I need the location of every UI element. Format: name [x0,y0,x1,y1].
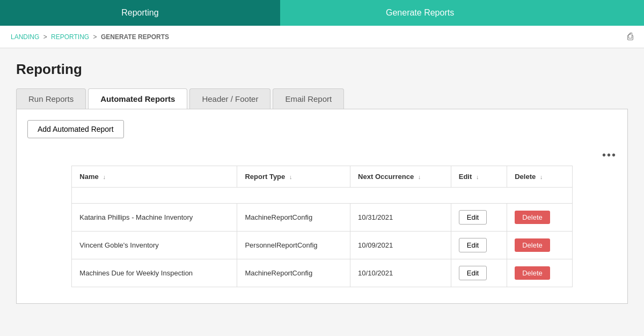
sort-arrow-report-type[interactable]: ↓ [289,174,292,180]
delete-button[interactable]: Delete [515,266,550,280]
cell-report-type: PersonnelReportConfig [237,232,350,259]
cell-edit: Edit [451,204,507,232]
tab-header-footer[interactable]: Header / Footer [189,88,270,109]
edit-button[interactable]: Edit [459,210,487,225]
page-title: Reporting [16,61,628,78]
tabs-container: Run Reports Automated Reports Header / F… [16,88,628,109]
add-automated-report-button[interactable]: Add Automated Report [27,120,124,138]
delete-button[interactable]: Delete [515,211,550,224]
tab-run-reports[interactable]: Run Reports [16,88,86,109]
bookmark-icon[interactable]: ⎙ [627,31,633,42]
nav-item-generate-reports[interactable]: Generate Reports [280,0,560,26]
table-row: Vincent Goble's InventoryPersonnelReport… [72,232,572,259]
cell-delete: Delete [507,204,572,232]
edit-button[interactable]: Edit [459,238,487,252]
cell-next-occurrence: 10/31/2021 [350,204,451,232]
nav-label-generate-reports: Generate Reports [386,8,454,18]
cell-delete: Delete [507,232,572,259]
tab-email-report[interactable]: Email Report [273,88,344,109]
main-content: Reporting Run Reports Automated Reports … [0,48,644,317]
cell-edit: Edit [451,259,507,287]
table-row: Machines Due for Weekly InspectionMachin… [72,259,572,287]
cell-report-type: MachineReportConfig [237,259,350,287]
sort-arrow-next-occurrence[interactable]: ↓ [418,174,421,180]
cell-edit: Edit [451,232,507,259]
col-header-name: Name ↓ [72,166,237,188]
top-nav: Reporting Generate Reports [0,0,644,26]
breadcrumb-bar: LANDING > REPORTING > GENERATE REPORTS ⎙ [0,26,644,48]
breadcrumb-sep-2: > [93,33,97,41]
reports-table: Name ↓ Report Type ↓ Next Occurrence ↓ E… [71,166,572,287]
nav-label-reporting: Reporting [121,8,158,18]
col-header-delete: Delete ↓ [507,166,572,188]
delete-button[interactable]: Delete [515,238,550,252]
cell-name: Machines Due for Weekly Inspection [72,259,237,287]
edit-button[interactable]: Edit [459,266,487,280]
cell-delete: Delete [507,259,572,287]
tab-panel-automated-reports: Add Automated Report ••• Name ↓ Report T… [16,109,628,304]
breadcrumb: LANDING > REPORTING > GENERATE REPORTS [11,33,169,41]
breadcrumb-reporting[interactable]: REPORTING [51,33,89,41]
breadcrumb-landing[interactable]: LANDING [11,33,39,41]
cell-next-occurrence: 10/10/2021 [350,259,451,287]
cell-name: Vincent Goble's Inventory [72,232,237,259]
table-row: Katarina Phillips - Machine InventoryMac… [72,204,572,232]
col-header-edit: Edit ↓ [451,166,507,188]
sort-arrow-delete[interactable]: ↓ [540,174,543,180]
nav-item-reporting[interactable]: Reporting [0,0,280,26]
tab-automated-reports[interactable]: Automated Reports [88,88,187,109]
sort-arrow-edit[interactable]: ↓ [476,174,479,180]
cell-report-type: MachineReportConfig [237,204,350,232]
three-dots-menu[interactable]: ••• [27,149,617,161]
cell-next-occurrence: 10/09/2021 [350,232,451,259]
sort-arrow-name[interactable]: ↓ [103,174,106,180]
breadcrumb-sep-1: > [43,33,47,41]
col-header-report-type: Report Type ↓ [237,166,350,188]
breadcrumb-current: GENERATE REPORTS [101,33,169,41]
nav-right-spacer [560,0,644,26]
empty-spacer-row [72,188,572,204]
cell-name: Katarina Phillips - Machine Inventory [72,204,237,232]
col-header-next-occurrence: Next Occurrence ↓ [350,166,451,188]
